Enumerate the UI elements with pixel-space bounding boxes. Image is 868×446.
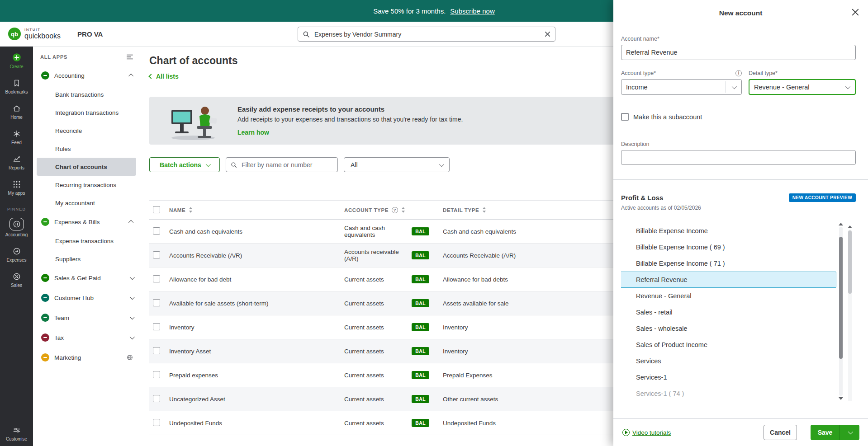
account-name-cell: Cash and cash equivalents xyxy=(169,228,344,235)
bal-badge: BAL xyxy=(412,275,429,283)
rail-item-create[interactable]: Create xyxy=(0,52,33,69)
preview-list-item[interactable]: Services-1 ( 74 ) xyxy=(621,385,836,401)
account-type-cell: Current assets xyxy=(344,276,384,283)
preview-list-item[interactable]: Sales of Product Income xyxy=(621,337,836,353)
preview-list-item[interactable]: Revenue - General xyxy=(621,288,836,304)
scroll-up-arrow-icon[interactable] xyxy=(848,225,852,228)
rail-item-home[interactable]: Home xyxy=(0,104,33,120)
preview-list-item[interactable]: Billable Expense Income ( 69 ) xyxy=(621,239,836,255)
rail-item-feed[interactable]: Feed xyxy=(0,129,33,145)
receipts-illustration xyxy=(165,100,224,141)
globe-icon xyxy=(126,354,133,361)
scrollbar-thumb[interactable] xyxy=(848,230,852,294)
preview-subtitle: Active accounts as of 02/05/2026 xyxy=(621,205,856,211)
batch-actions-button[interactable]: Batch actions xyxy=(149,157,220,172)
account-name-input[interactable] xyxy=(621,45,856,60)
preview-list-item[interactable]: Billable Expense Income xyxy=(621,223,836,239)
preview-list-item[interactable]: Sales - retail xyxy=(621,304,836,320)
column-header-account-type[interactable]: ACCOUNT TYPE ? xyxy=(344,207,443,213)
drawer-scrollbar[interactable] xyxy=(848,225,852,401)
subaccount-label: Make this a subaccount xyxy=(633,113,702,121)
save-button[interactable]: Save xyxy=(811,425,840,440)
row-checkbox[interactable] xyxy=(153,371,160,378)
account-type-cell: Current assets xyxy=(344,348,384,355)
nav-item-my-accountant[interactable]: My accountant xyxy=(33,194,140,212)
rail-item-my-apps[interactable]: My apps xyxy=(0,180,33,196)
info-icon[interactable]: i xyxy=(735,70,742,76)
rail-item-expenses[interactable]: Expenses xyxy=(0,247,33,263)
nav-item-chart-of-accounts[interactable]: Chart of accounts xyxy=(37,158,136,176)
scroll-up-arrow-icon[interactable] xyxy=(839,223,843,225)
select-all-checkbox[interactable] xyxy=(153,206,160,213)
marketing-app-icon xyxy=(41,353,49,361)
all-lists-link[interactable]: All lists xyxy=(149,73,179,80)
row-checkbox[interactable] xyxy=(153,275,160,282)
close-drawer-button[interactable] xyxy=(852,9,859,16)
subaccount-option[interactable]: Make this a subaccount xyxy=(621,113,856,121)
description-input[interactable] xyxy=(621,150,856,165)
nav-item-expense-transactions[interactable]: Expense transactions xyxy=(33,232,140,250)
nav-item-integration-transactions[interactable]: Integration transactions xyxy=(33,103,140,122)
nav-section-expenses-bills[interactable]: Expenses & Bills xyxy=(33,212,140,232)
preview-list-item-selected[interactable]: Referral Revenue xyxy=(621,272,836,288)
filter-field[interactable] xyxy=(226,157,338,172)
nav-section-team[interactable]: Team xyxy=(33,308,140,328)
row-checkbox[interactable] xyxy=(153,347,160,354)
column-header-name[interactable]: NAME xyxy=(169,207,344,213)
subaccount-checkbox[interactable] xyxy=(621,113,629,121)
rail-item-customise[interactable]: Customise xyxy=(0,426,33,441)
save-options-button[interactable] xyxy=(840,425,859,440)
row-checkbox[interactable] xyxy=(153,227,160,235)
detail-type-label: Detail type* xyxy=(749,70,778,76)
nav-section-accounting[interactable]: Accounting xyxy=(33,66,140,85)
subscribe-now-link[interactable]: Subscribe now xyxy=(450,7,494,15)
nav-item-suppliers[interactable]: Suppliers xyxy=(33,250,140,268)
type-filter-select[interactable]: All xyxy=(344,157,450,172)
rail-item-accounting[interactable]: Accounting xyxy=(0,218,33,237)
customise-sliders-icon xyxy=(12,426,21,435)
chevron-down-icon xyxy=(130,315,135,319)
row-checkbox[interactable] xyxy=(153,299,160,306)
learn-how-link[interactable]: Learn how xyxy=(237,129,269,136)
collapse-nav-button[interactable] xyxy=(126,54,133,60)
bal-badge: BAL xyxy=(412,227,429,235)
nav-section-marketing[interactable]: Marketing xyxy=(33,347,140,367)
row-checkbox[interactable] xyxy=(153,395,160,402)
video-tutorials-link[interactable]: Video tutorials xyxy=(622,429,671,436)
nav-item-rules[interactable]: Rules xyxy=(33,140,140,158)
rail-item-bookmarks[interactable]: Bookmarks xyxy=(0,79,33,94)
detail-type-select[interactable]: Revenue - General xyxy=(749,79,856,95)
app-nav-panel: ALL APPS Accounting Bank transactions In… xyxy=(33,47,140,446)
list-scrollbar[interactable] xyxy=(839,223,843,400)
row-checkbox[interactable] xyxy=(153,251,160,258)
nav-section-tax[interactable]: Tax xyxy=(33,328,140,347)
cancel-button[interactable]: Cancel xyxy=(764,425,797,440)
rail-item-reports[interactable]: Reports xyxy=(0,155,33,170)
scroll-down-arrow-icon[interactable] xyxy=(839,397,843,400)
help-icon[interactable]: ? xyxy=(392,207,398,213)
rail-item-sales[interactable]: Sales xyxy=(0,272,33,288)
global-search[interactable] xyxy=(298,27,555,42)
preview-list-item[interactable]: Services xyxy=(621,353,836,369)
quickbooks-logo[interactable]: qb INTUIT quickbooks xyxy=(0,28,61,40)
account-type-cell: Current assets xyxy=(344,396,384,403)
nav-item-recurring-transactions[interactable]: Recurring transactions xyxy=(33,176,140,194)
preview-list-item[interactable]: Billable Expense Income ( 71 ) xyxy=(621,255,836,272)
preview-list-item[interactable]: Services-1 xyxy=(621,369,836,385)
nav-section-sales-get-paid[interactable]: Sales & Get Paid xyxy=(33,268,140,288)
preview-list-item[interactable]: Sales - wholesale xyxy=(621,320,836,337)
scrollbar-thumb[interactable] xyxy=(839,237,843,359)
nav-section-customer-hub[interactable]: Customer Hub xyxy=(33,288,140,308)
nav-item-bank-transactions[interactable]: Bank transactions xyxy=(33,85,140,103)
account-type-cell: Current assets xyxy=(344,324,384,331)
account-type-select[interactable]: Income xyxy=(621,79,742,95)
home-icon xyxy=(12,104,21,113)
row-checkbox[interactable] xyxy=(153,419,160,426)
clear-search-button[interactable] xyxy=(545,31,550,37)
row-checkbox[interactable] xyxy=(153,323,160,330)
account-name-cell: Inventory Asset xyxy=(169,348,344,355)
search-input[interactable] xyxy=(313,30,541,38)
nav-item-reconcile[interactable]: Reconcile xyxy=(33,122,140,140)
sort-icon xyxy=(482,207,486,213)
filter-input[interactable] xyxy=(241,161,333,169)
